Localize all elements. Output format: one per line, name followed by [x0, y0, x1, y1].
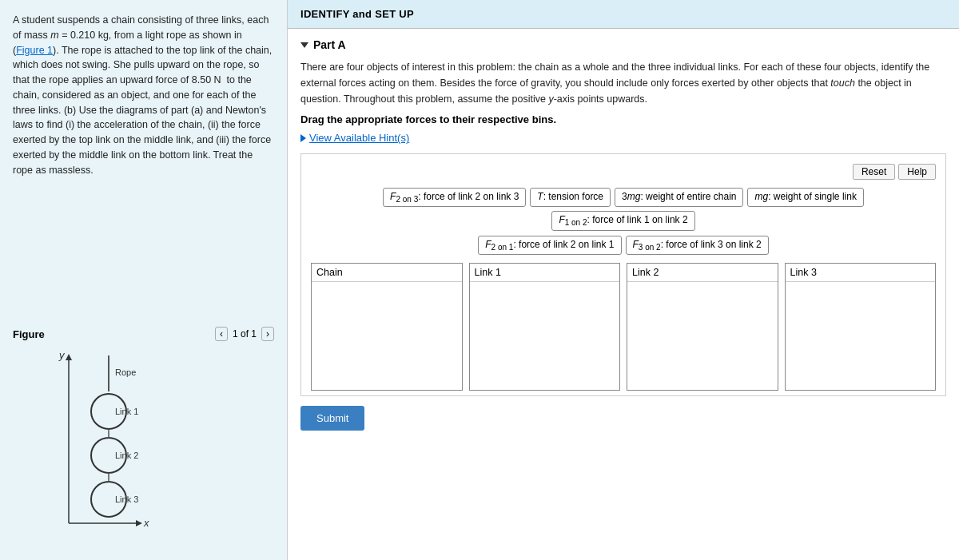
svg-marker-3 [136, 520, 142, 526]
diagram-svg: y x Rope Link 1 Link 2 Link 3 [45, 348, 221, 539]
figure-title: Figure [13, 328, 45, 340]
drag-instruction: Drag the appropriate forces to their res… [300, 113, 946, 125]
svg-marker-1 [66, 354, 72, 360]
svg-text:Link 2: Link 2 [115, 451, 138, 460]
chip-tension[interactable]: T: tension force [530, 188, 611, 207]
drop-zone-link1-label: Link 1 [470, 264, 620, 282]
drop-zone-chain-label: Chain [312, 264, 462, 282]
drop-zone-link2-body[interactable] [627, 282, 778, 390]
reset-help-row: Reset Help [311, 164, 936, 180]
part-a-chevron[interactable] [300, 42, 308, 48]
prev-figure-button[interactable]: ‹ [215, 327, 228, 341]
drop-zone-chain[interactable]: Chain [311, 263, 463, 391]
figure-page: 1 of 1 [233, 328, 257, 340]
part-a-description: There are four objects of interest in th… [300, 59, 946, 107]
drop-zone-link3-body[interactable] [786, 282, 936, 390]
hint-chevron-icon [300, 134, 306, 142]
svg-text:Link 1: Link 1 [115, 407, 138, 416]
chip-f2on1[interactable]: F2 on 1: force of link 2 on link 1 [478, 236, 621, 255]
svg-text:Rope: Rope [115, 367, 136, 377]
drop-zones-row: Chain Link 1 Link 2 Link 3 [311, 263, 936, 391]
right-panel: IDENTIFY and SET UP Part A There are fou… [288, 0, 959, 560]
force-chips-row-1: F2 on 3: force of link 2 on link 3 T: te… [311, 188, 936, 231]
drop-zone-chain-body[interactable] [312, 282, 462, 390]
chip-f2on3[interactable]: F2 on 3: force of link 2 on link 3 [383, 188, 526, 207]
help-button[interactable]: Help [898, 164, 936, 180]
drop-zone-link2-label: Link 2 [627, 264, 778, 282]
drop-zone-link3-label: Link 3 [786, 264, 936, 282]
submit-button[interactable]: Submit [300, 406, 364, 431]
drop-zone-link3[interactable]: Link 3 [785, 263, 937, 391]
drop-zone-link1[interactable]: Link 1 [469, 263, 621, 391]
svg-text:Link 3: Link 3 [115, 494, 138, 504]
part-a-label: Part A [313, 38, 346, 51]
next-figure-button[interactable]: › [261, 327, 274, 341]
left-panel: A student suspends a chain consisting of… [0, 0, 288, 560]
svg-text:y: y [58, 349, 66, 361]
drop-zone-link2[interactable]: Link 2 [627, 263, 778, 391]
force-chips-row-2: F2 on 1: force of link 2 on link 1 F3 on… [311, 236, 936, 255]
hint-link[interactable]: View Available Hint(s) [309, 132, 409, 144]
figure-diagram: y x Rope Link 1 Link 2 Link 3 [13, 348, 274, 547]
figure-link[interactable]: Figure 1 [16, 45, 53, 56]
chip-f3on2[interactable]: F3 on 2: force of link 3 on link 2 [626, 236, 769, 255]
part-a-section: Part A There are four objects of interes… [288, 29, 959, 153]
submit-row: Submit [288, 396, 959, 440]
drag-area: Reset Help F2 on 3: force of link 2 on l… [300, 153, 946, 396]
hint-row: View Available Hint(s) [300, 132, 946, 144]
identify-header: IDENTIFY and SET UP [288, 0, 959, 29]
reset-button[interactable]: Reset [853, 164, 895, 180]
chip-f1on2[interactable]: F1 on 2: force of link 1 on link 2 [551, 211, 694, 230]
chip-mg[interactable]: mg: weight of single link [747, 188, 863, 207]
drop-zone-link1-body[interactable] [470, 282, 620, 390]
problem-description: A student suspends a chain consisting of… [13, 13, 274, 177]
chip-3mg[interactable]: 3mg: weight of entire chain [615, 188, 743, 207]
figure-section: Figure ‹ 1 of 1 › y x [13, 317, 274, 547]
figure-nav: ‹ 1 of 1 › [215, 327, 274, 341]
svg-text:x: x [143, 517, 149, 529]
